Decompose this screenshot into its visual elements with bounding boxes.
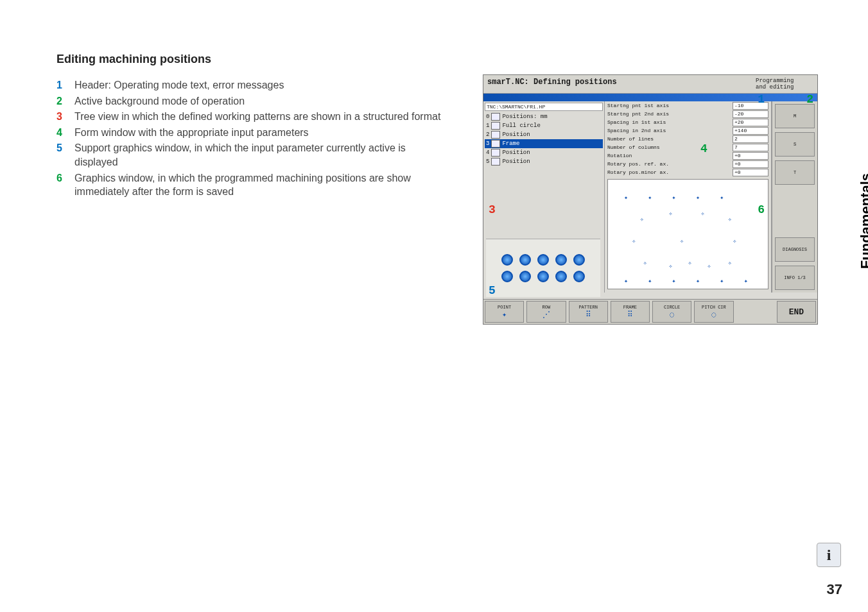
list-item: 2Active background mode of operation [56,94,442,108]
list-number: 3 [56,110,74,124]
softkey-pattern[interactable]: PATTERN⠿ [569,301,608,323]
background-mode: Programming and editing [756,78,813,90]
param-value[interactable]: +0 [733,169,768,176]
softkey-circle[interactable]: CIRCLE◌ [652,301,691,323]
softkey-point[interactable]: POINT✦ [485,301,524,323]
tree-item[interactable]: 1Full circle [485,121,603,130]
form-window: Startng pnt 1st axis-10 Startng pnt 2nd … [605,101,772,293]
titlebar: smarT.NC: Defining positions Programming… [483,75,817,94]
param-label: Startng pnt 2nd axis [607,111,733,117]
info-icon: i [817,543,841,567]
support-dot [537,271,549,282]
list-text: Active background mode of operation [74,94,442,108]
list-item: 4Form window with the appropriate input … [56,126,442,140]
positions-icon [491,113,500,121]
list-text: Support graphics window, in which the in… [74,141,442,169]
param-value[interactable]: +0 [733,152,768,160]
list-text: Graphics window, in which the programmed… [74,171,442,199]
side-chapter-label: Fundamentals [858,173,868,269]
screenshot-figure: smarT.NC: Defining positions Programming… [483,74,818,325]
param-value[interactable]: +0 [733,160,768,168]
param-value[interactable]: -20 [733,110,768,118]
support-dot [501,271,513,282]
list-number: 4 [56,126,74,140]
softkey-row-btn[interactable]: ROW⋰ [526,301,566,323]
param-label: Rotary pos.minor ax. [607,169,733,175]
param-label: Number of lines [607,136,733,142]
list-text: Tree view in which the defined working p… [74,110,442,124]
param-value[interactable]: 2 [733,135,768,143]
param-label: Spacing in 2nd axis [607,128,733,133]
list-number: 2 [56,94,74,108]
param-label: Rotation [607,153,733,158]
circle-icon [491,122,500,130]
softkey-end[interactable]: END [777,301,816,323]
param-label: Startng pnt 1st axis [607,103,733,108]
circle-icon: ◌ [670,310,674,319]
list-text: Form window with the appropriate input p… [74,126,442,140]
operating-mode-title: smarT.NC: Defining positions [487,78,617,90]
support-dot [501,254,513,266]
tree-path: TNC:\SMARTNC\FR1.HP [485,103,603,111]
support-dot [537,254,549,266]
param-value[interactable]: 7 [733,144,768,151]
param-value[interactable]: -10 [733,102,768,110]
support-graphics [486,239,600,297]
support-dot [555,271,567,282]
point-icon: ✦ [502,310,507,319]
support-dot [555,254,567,266]
rail-button-info[interactable]: INFO 1/3 [775,266,815,290]
param-value[interactable]: +20 [733,119,768,126]
support-dot [519,271,531,282]
tree-item[interactable]: 5Position [485,157,603,166]
softkey-frame[interactable]: FRAME⠿ [611,301,650,323]
point-icon [491,158,500,166]
list-item: 6Graphics window, in which the programme… [56,171,442,199]
list-number: 1 [56,78,74,92]
graphics-window: ✦✦✦✦✦ ✧✧✧✧ ✧✧✧ ✧✧✧✧✧ ✦✦✦✦✦✦ [607,179,768,289]
tree-item[interactable]: 4Position [485,148,603,157]
tree-item-selected[interactable]: 3Frame [485,139,603,148]
softkey-row: POINT✦ ROW⋰ PATTERN⠿ FRAME⠿ CIRCLE◌ PITC… [483,299,817,324]
softkey-pitch-cir[interactable]: PITCH CIR◌ [694,301,733,323]
list-item: 1Header: Operating mode text, error mess… [56,78,442,92]
point-icon [491,149,500,157]
param-label: Number of columns [607,144,733,150]
numbered-list: 1Header: Operating mode text, error mess… [56,78,442,201]
support-dot [519,254,531,266]
frame-icon [491,140,500,148]
param-label: Spacing in 1st axis [607,119,733,125]
param-label: Rotary pos. ref. ax. [607,161,733,167]
tree-item[interactable]: 0Positions: mm [485,112,603,121]
section-heading: Editing machining positions [56,53,211,66]
pitch-circle-icon: ◌ [711,310,716,319]
right-rail: M S T DIAGNOSIS INFO 1/3 [772,101,817,293]
list-number: 5 [56,141,74,169]
point-icon [491,131,500,139]
frame-icon: ⠿ [627,310,633,319]
param-value[interactable]: +140 [733,127,768,135]
rail-button-t[interactable]: T [775,160,815,185]
row-icon: ⋰ [542,310,550,319]
tree-item[interactable]: 2Position [485,130,603,139]
support-dot [573,271,585,282]
list-item: 5Support graphics window, in which the i… [56,141,442,169]
header-bar [483,94,817,101]
rail-button-m[interactable]: M [775,104,815,128]
list-item: 3Tree view in which the defined working … [56,110,442,124]
page-number: 37 [827,581,842,598]
support-dot [573,254,585,266]
list-text: Header: Operating mode text, error messa… [74,78,442,92]
list-number: 6 [56,171,74,199]
rail-button-s[interactable]: S [775,132,815,157]
rail-button-diagnosis[interactable]: DIAGNOSIS [775,237,815,262]
pattern-icon: ⠿ [586,310,591,319]
softkey-blank [736,301,774,323]
